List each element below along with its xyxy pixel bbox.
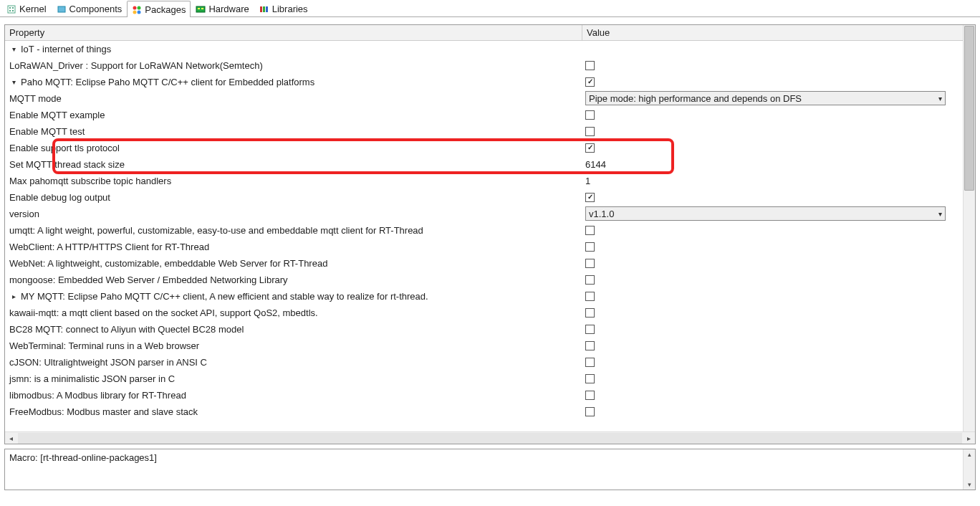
- checkbox[interactable]: [585, 259, 595, 268]
- checkbox[interactable]: [585, 226, 595, 235]
- checkbox[interactable]: [585, 341, 595, 350]
- scrollbar-track[interactable]: [18, 433, 962, 444]
- tree-row-libmodbus[interactable]: libmodbus: A Modbus library for RT-Threa…: [5, 387, 963, 404]
- tree-row-debug-log[interactable]: Enable debug log output: [5, 189, 963, 206]
- tab-libraries[interactable]: Libraries: [254, 0, 313, 16]
- dropdown-value: Pipe mode: high performance and depends …: [589, 93, 938, 104]
- tree-row-mongoose[interactable]: mongoose: Embedded Web Server / Embedded…: [5, 272, 963, 288]
- svg-rect-12: [201, 8, 203, 9]
- value-text[interactable]: 1: [585, 176, 590, 186]
- checkbox[interactable]: [585, 391, 595, 400]
- row-label: LoRaWAN_Driver : Support for LoRaWAN Net…: [9, 60, 263, 71]
- macro-panel: Macro: [rt-thread-online-packages1] ▴ ▾: [4, 449, 976, 490]
- tree-row-mqtt-mode[interactable]: MQTT mode Pipe mode: high performance an…: [5, 90, 963, 107]
- header-value[interactable]: Value: [582, 25, 963, 40]
- tree-row-stack-size[interactable]: Set MQTT thread stack size 6144: [5, 156, 963, 173]
- checkbox[interactable]: [585, 275, 595, 285]
- row-label: jsmn: is a minimalistic JSON parser in C: [9, 373, 175, 384]
- tree-row-cjson[interactable]: cJSON: Ultralightweight JSON parser in A…: [5, 354, 963, 371]
- vertical-scrollbar[interactable]: [963, 25, 975, 431]
- chevron-down-icon: ▾: [938, 95, 942, 102]
- tab-label: Libraries: [272, 4, 308, 14]
- tree-row-bc28[interactable]: BC28 MQTT: connect to Aliyun with Quecte…: [5, 321, 963, 338]
- tab-label: Components: [69, 4, 123, 14]
- checkbox[interactable]: [585, 358, 595, 367]
- row-label: WebTerminal: Terminal runs in a Web brow…: [9, 340, 199, 351]
- tab-packages[interactable]: Packages: [127, 1, 191, 17]
- tree-row-umqtt[interactable]: umqtt: A light weight, powerful, customi…: [5, 222, 963, 239]
- version-dropdown[interactable]: v1.1.0 ▾: [585, 206, 946, 221]
- checkbox[interactable]: [585, 127, 595, 136]
- tree-row-max-handlers[interactable]: Max pahomqtt subscribe topic handlers 1: [5, 173, 963, 189]
- row-label: BC28 MQTT: connect to Aliyun with Quecte…: [9, 324, 244, 335]
- checkbox[interactable]: [585, 325, 595, 334]
- property-grid-panel: Property Value ▾IoT - internet of things…: [4, 24, 976, 444]
- mqtt-mode-dropdown[interactable]: Pipe mode: high performance and depends …: [585, 91, 946, 105]
- tree-row-jsmn[interactable]: jsmn: is a minimalistic JSON parser in C: [5, 371, 963, 387]
- tab-components[interactable]: Components: [52, 0, 128, 16]
- checkbox[interactable]: [585, 143, 595, 153]
- dropdown-value: v1.1.0: [589, 209, 938, 219]
- scroll-left-button[interactable]: ◂: [5, 432, 17, 444]
- chevron-right-icon[interactable]: ▸: [9, 292, 18, 300]
- tree-row-kawaii[interactable]: kawaii-mqtt: a mqtt client based on the …: [5, 305, 963, 321]
- macro-vertical-scrollbar[interactable]: ▴ ▾: [963, 449, 975, 490]
- svg-rect-13: [260, 6, 262, 12]
- header-property[interactable]: Property: [5, 25, 582, 40]
- macro-text: Macro: [rt-thread-online-packages1]: [9, 452, 971, 463]
- checkbox[interactable]: [585, 374, 595, 383]
- checkbox[interactable]: [585, 308, 595, 318]
- tree-row-freemodbus[interactable]: FreeModbus: Modbus master and slave stac…: [5, 404, 963, 420]
- row-label: libmodbus: A Modbus library for RT-Threa…: [9, 390, 186, 401]
- checkbox[interactable]: [585, 61, 595, 70]
- checkbox[interactable]: [585, 193, 595, 202]
- checkbox[interactable]: [585, 292, 595, 301]
- checkbox[interactable]: [585, 77, 595, 87]
- tree-row-enable-test[interactable]: Enable MQTT test: [5, 123, 963, 140]
- row-label: Paho MQTT: Eclipse Paho MQTT C/C++ clien…: [21, 77, 314, 87]
- row-label: MY MQTT: Eclipse Paho MQTT C/C++ client,…: [21, 291, 428, 302]
- svg-rect-5: [58, 6, 65, 12]
- tree-row-version[interactable]: version v1.1.0 ▾: [5, 206, 963, 222]
- value-text[interactable]: 6144: [585, 159, 606, 170]
- scrollbar-thumb[interactable]: [964, 26, 974, 191]
- row-label: Set MQTT thread stack size: [9, 159, 125, 170]
- svg-rect-0: [8, 6, 15, 13]
- row-label: kawaii-mqtt: a mqtt client based on the …: [9, 307, 318, 318]
- tree-row-webterminal[interactable]: WebTerminal: Terminal runs in a Web brow…: [5, 338, 963, 354]
- tree-row-iot[interactable]: ▾IoT - internet of things: [5, 41, 963, 57]
- tree-row-enable-tls[interactable]: Enable support tls protocol: [5, 140, 963, 156]
- tab-label: Kernel: [19, 4, 47, 14]
- svg-point-9: [138, 10, 141, 14]
- tree-row-webclient[interactable]: WebClient: A HTTP/HTTPS Client for RT-Th…: [5, 239, 963, 255]
- svg-rect-10: [196, 6, 205, 12]
- libraries-icon: [259, 4, 269, 14]
- kernel-icon: [6, 4, 16, 14]
- row-label: Max pahomqtt subscribe topic handlers: [9, 176, 171, 186]
- row-label: WebClient: A HTTP/HTTPS Client for RT-Th…: [9, 242, 209, 252]
- checkbox[interactable]: [585, 110, 595, 120]
- tree-row-lorawan[interactable]: LoRaWAN_Driver : Support for LoRaWAN Net…: [5, 57, 963, 74]
- tab-hardware[interactable]: Hardware: [191, 0, 254, 16]
- chevron-down-icon[interactable]: ▾: [9, 44, 18, 53]
- svg-rect-15: [266, 6, 268, 12]
- tab-kernel[interactable]: Kernel: [1, 0, 52, 16]
- svg-rect-11: [198, 8, 200, 9]
- tree-row-paho[interactable]: ▾Paho MQTT: Eclipse Paho MQTT C/C++ clie…: [5, 74, 963, 90]
- checkbox[interactable]: [585, 242, 595, 252]
- row-label: Enable debug log output: [9, 192, 110, 203]
- components-icon: [57, 4, 67, 14]
- tree-row-webnet[interactable]: WebNet: A lightweight, customizable, emb…: [5, 255, 963, 272]
- tree-row-enable-example[interactable]: Enable MQTT example: [5, 107, 963, 123]
- checkbox[interactable]: [585, 407, 595, 416]
- scroll-up-icon[interactable]: ▴: [968, 451, 971, 458]
- row-label: FreeModbus: Modbus master and slave stac…: [9, 406, 198, 417]
- row-label: Enable MQTT test: [9, 126, 85, 137]
- grid-rows: ▾IoT - internet of things LoRaWAN_Driver…: [5, 41, 963, 420]
- scroll-down-icon[interactable]: ▾: [968, 481, 971, 488]
- tree-row-mymqtt[interactable]: ▸MY MQTT: Eclipse Paho MQTT C/C++ client…: [5, 288, 963, 305]
- scroll-right-button[interactable]: ▸: [963, 432, 975, 444]
- svg-rect-1: [9, 7, 11, 9]
- horizontal-scrollbar[interactable]: ◂ ▸: [5, 431, 975, 444]
- chevron-down-icon[interactable]: ▾: [9, 77, 18, 86]
